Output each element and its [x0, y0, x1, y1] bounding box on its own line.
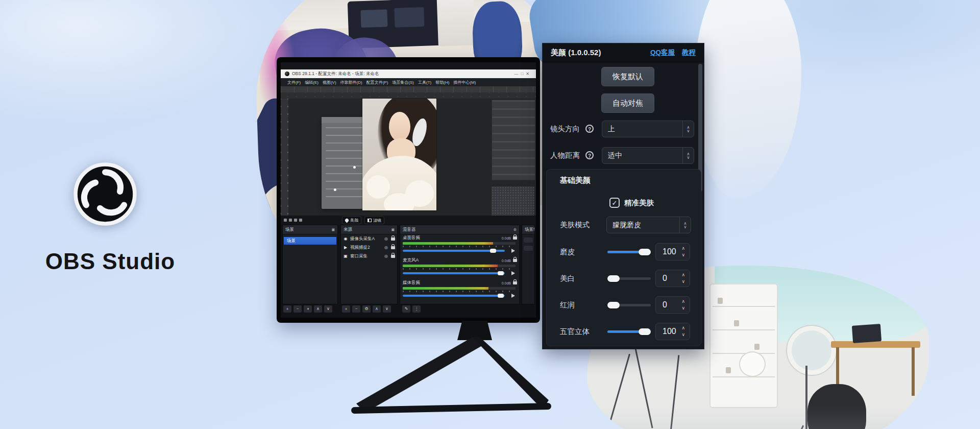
studio-laptop: [852, 324, 881, 343]
menu-tools[interactable]: 工具(T): [416, 80, 433, 85]
volume-slider[interactable]: [403, 271, 517, 275]
transition-duration[interactable]: [524, 246, 533, 251]
menu-view[interactable]: 视图(V): [321, 80, 338, 85]
help-icon[interactable]: ?: [585, 125, 594, 133]
precise-skin-checkbox[interactable]: ✓: [609, 198, 620, 208]
source-row[interactable]: ◉ 摄像头采集A ◎: [341, 234, 397, 243]
chevron-down-icon[interactable]: ∨: [681, 279, 685, 284]
lock-icon[interactable]: [391, 255, 395, 258]
lens-direction-select[interactable]: 上 ∧∨: [602, 121, 694, 137]
person-distance-select[interactable]: 适中 ∧∨: [602, 147, 694, 164]
slider-handle[interactable]: [607, 302, 620, 308]
volume-slider[interactable]: [403, 249, 517, 253]
lock-icon[interactable]: [513, 236, 517, 240]
volume-slider[interactable]: [403, 294, 517, 298]
menu-docks[interactable]: 停靠部件(D): [339, 80, 364, 85]
tab-beauty[interactable]: 美颜: [342, 216, 361, 224]
volume-handle[interactable]: [490, 249, 496, 253]
media-icon: ▶: [343, 245, 348, 250]
restore-default-button[interactable]: 恢复默认: [601, 67, 654, 86]
smoothing-slider[interactable]: [607, 251, 651, 253]
monitor-stand-base: [351, 403, 551, 414]
down-icon[interactable]: ∨: [383, 305, 391, 313]
volume-handle[interactable]: [498, 294, 504, 298]
auto-focus-button[interactable]: 自动对焦: [601, 93, 654, 113]
lock-icon[interactable]: [513, 259, 517, 262]
facial-depth-slider[interactable]: [607, 330, 651, 333]
speaker-icon[interactable]: [511, 294, 517, 298]
captured-optionbar: [281, 92, 536, 99]
slider-handle[interactable]: [639, 328, 651, 335]
mixer-dock-title: 混音器: [403, 227, 416, 233]
eye-icon[interactable]: ◎: [384, 236, 388, 241]
chevron-up-icon[interactable]: ∧: [681, 246, 685, 251]
more-icon[interactable]: ⋮: [412, 305, 421, 313]
up-icon[interactable]: ∧: [373, 305, 381, 313]
obs-titlebar[interactable]: OBS 29.1.1 - 配置文件: 未命名 - 场景: 未命名 —□✕: [281, 69, 536, 78]
source-row[interactable]: ▣ 窗口采集 ◎: [341, 252, 397, 260]
rosy-value[interactable]: 0 ∧ ∨: [655, 296, 690, 314]
sources-toolbar: ＋ － ⚙ ∧ ∨: [342, 305, 391, 313]
menu-scene-collection[interactable]: 场景集合(S): [390, 80, 415, 85]
gear-icon[interactable]: ⚙: [362, 305, 371, 313]
chevron-down-icon[interactable]: ∨: [681, 332, 685, 337]
menu-help[interactable]: 帮助(H): [434, 80, 451, 85]
slider-handle[interactable]: [607, 275, 620, 282]
stack-icon[interactable]: ▣: [331, 228, 335, 232]
stack-icon[interactable]: ▣: [391, 228, 395, 232]
chevron-up-down-icon[interactable]: ∧∨: [682, 121, 694, 137]
chevron-down-icon[interactable]: ∨: [681, 306, 685, 311]
remove-icon[interactable]: －: [352, 305, 360, 313]
menu-edit[interactable]: 编辑(E): [303, 80, 320, 85]
rosy-slider[interactable]: [607, 304, 651, 306]
eye-icon[interactable]: ◎: [384, 245, 388, 250]
menu-profile[interactable]: 配置文件(P): [365, 80, 390, 85]
chevron-up-icon[interactable]: ∧: [681, 273, 685, 277]
up-icon[interactable]: ∧: [314, 305, 322, 313]
speaker-icon[interactable]: [511, 249, 517, 253]
scene-item-selected[interactable]: 场景: [284, 237, 336, 245]
filter-icon[interactable]: ◑: [304, 305, 312, 313]
gear-icon[interactable]: ⚙: [513, 228, 517, 232]
obs-studio-wordmark: OBS Studio: [20, 249, 200, 274]
speaker-icon[interactable]: [511, 271, 517, 275]
pen-icon[interactable]: ✎: [402, 305, 410, 313]
whitening-slider[interactable]: [607, 277, 651, 280]
precise-skin-label: 精准美肤: [624, 198, 654, 208]
captured-toolbar: [281, 86, 536, 92]
qq-support-link[interactable]: QQ客服: [650, 48, 675, 57]
remove-icon[interactable]: －: [293, 305, 302, 313]
help-icon[interactable]: ?: [585, 151, 594, 159]
whitening-value[interactable]: 0 ∧ ∨: [655, 270, 690, 287]
lock-icon[interactable]: [391, 237, 395, 241]
eye-icon[interactable]: ◎: [384, 254, 388, 258]
facial-depth-value[interactable]: 100 ∧ ∨: [655, 323, 690, 340]
chevron-up-icon[interactable]: ∧: [681, 299, 685, 304]
chevron-up-icon[interactable]: ∧: [681, 326, 685, 330]
down-icon[interactable]: ∨: [324, 305, 332, 313]
tutorial-link[interactable]: 教程: [682, 48, 696, 57]
scenes-dock-title: 场景: [285, 227, 294, 233]
window-controls[interactable]: —□✕: [514, 72, 532, 76]
facial-depth-slider-row: 五官立体 100 ∧ ∨: [547, 322, 701, 341]
camera-icon: ◉: [343, 236, 348, 241]
mixer-channel: 麦克风A 0.0dB: [403, 257, 517, 279]
chevron-down-icon[interactable]: ∨: [681, 253, 685, 257]
smoothing-value[interactable]: 100 ∧ ∨: [655, 243, 690, 260]
tab-filter[interactable]: 滤镜: [364, 216, 384, 224]
volume-handle[interactable]: [498, 271, 504, 275]
slider-handle[interactable]: [639, 249, 651, 255]
lock-icon[interactable]: [391, 246, 395, 249]
chevron-up-down-icon[interactable]: ∧∨: [679, 217, 691, 233]
lock-icon[interactable]: [513, 281, 517, 284]
skin-mode-select[interactable]: 朦胧磨皮 ∧∨: [606, 217, 691, 233]
add-icon[interactable]: ＋: [283, 305, 291, 313]
menu-file[interactable]: 文件(F): [286, 80, 302, 85]
captured-texture-panel: [492, 186, 534, 216]
add-icon[interactable]: ＋: [342, 305, 350, 313]
studio-ring-light: [787, 326, 836, 375]
menu-plugin-center[interactable]: 插件中心(M): [452, 80, 477, 85]
source-row[interactable]: ▶ 视频捕捉2 ◎: [341, 243, 397, 252]
transition-select[interactable]: [524, 237, 533, 243]
chevron-up-down-icon[interactable]: ∧∨: [682, 148, 694, 163]
